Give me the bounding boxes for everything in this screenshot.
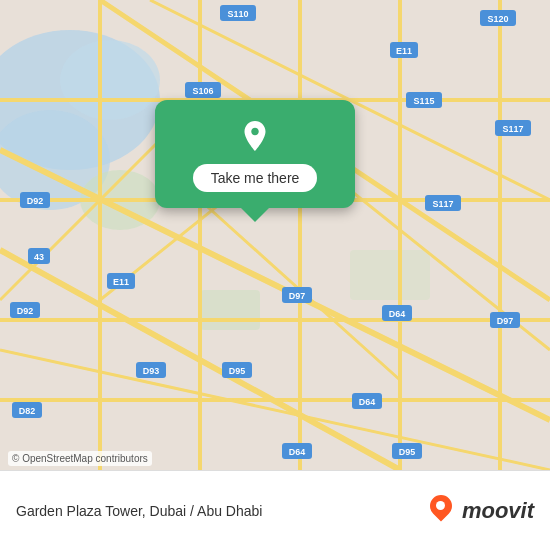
svg-text:D82: D82 bbox=[19, 406, 36, 416]
svg-text:S110: S110 bbox=[227, 9, 248, 19]
svg-text:D64: D64 bbox=[359, 397, 376, 407]
svg-text:D95: D95 bbox=[229, 366, 246, 376]
svg-text:S120: S120 bbox=[487, 14, 508, 24]
svg-text:D97: D97 bbox=[289, 291, 306, 301]
svg-text:S117: S117 bbox=[502, 124, 523, 134]
svg-text:43: 43 bbox=[34, 252, 44, 262]
bottom-bar: Garden Plaza Tower, Dubai / Abu Dhabi mo… bbox=[0, 470, 550, 550]
svg-text:D92: D92 bbox=[27, 196, 44, 206]
location-pin-icon bbox=[235, 116, 275, 156]
take-me-there-button[interactable]: Take me there bbox=[193, 164, 318, 192]
svg-point-3 bbox=[60, 40, 160, 120]
svg-text:D95: D95 bbox=[399, 447, 416, 457]
svg-rect-6 bbox=[350, 250, 430, 300]
svg-text:D97: D97 bbox=[497, 316, 514, 326]
svg-text:D64: D64 bbox=[289, 447, 306, 457]
location-popup: Take me there bbox=[155, 100, 355, 208]
moovit-logo: moovit bbox=[430, 495, 534, 527]
map-view: S110 S120 S106 E11 S115 S117 S117 D92 D9… bbox=[0, 0, 550, 470]
svg-text:D93: D93 bbox=[143, 366, 160, 376]
osm-attribution: © OpenStreetMap contributors bbox=[8, 451, 152, 466]
svg-text:S117: S117 bbox=[432, 199, 453, 209]
svg-rect-5 bbox=[200, 290, 260, 330]
svg-text:E11: E11 bbox=[396, 46, 412, 56]
svg-text:S106: S106 bbox=[192, 86, 213, 96]
moovit-brand-text: moovit bbox=[462, 498, 534, 524]
svg-text:S115: S115 bbox=[413, 96, 434, 106]
svg-text:E11: E11 bbox=[113, 277, 129, 287]
location-label: Garden Plaza Tower, Dubai / Abu Dhabi bbox=[16, 503, 262, 519]
svg-text:D92: D92 bbox=[17, 306, 34, 316]
svg-text:D64: D64 bbox=[389, 309, 406, 319]
